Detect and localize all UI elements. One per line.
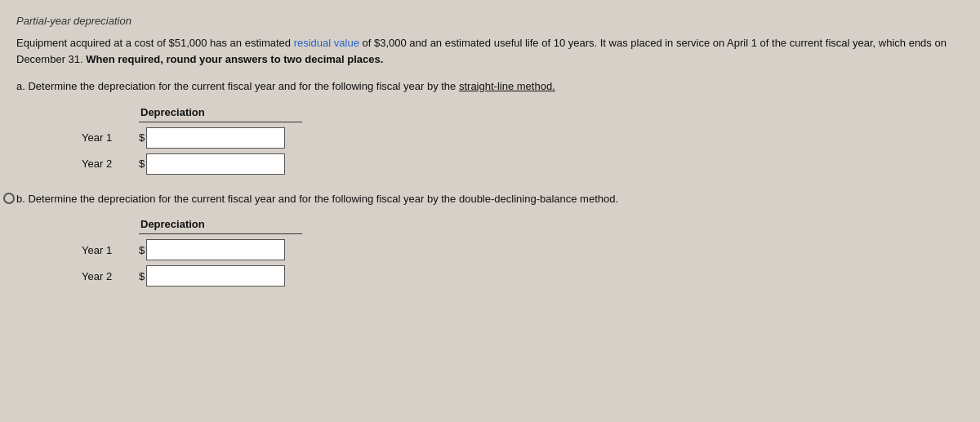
- year1-input-b[interactable]: [146, 239, 285, 260]
- section-b-label: b. Determine the depreciation for the cu…: [16, 191, 956, 207]
- year1-row-a: Year 1 $: [82, 127, 964, 149]
- dollar-sign-a2: $: [139, 158, 145, 170]
- year1-input-a[interactable]: [146, 127, 285, 149]
- problem-text-part1: Equipment acquired at a cost of $51,000 …: [16, 37, 294, 49]
- year2-label-a: Year 2: [82, 158, 139, 170]
- year2-input-a[interactable]: [146, 153, 285, 175]
- page-title: Partial-year depreciation: [16, 15, 964, 27]
- section-a-label: a. Determine the depreciation for the cu…: [16, 78, 956, 95]
- year1-label-b: Year 1: [82, 244, 139, 256]
- dollar-sign-b1: $: [139, 244, 145, 256]
- year1-row-b: Year 1 $: [82, 239, 964, 260]
- problem-text-bold: When required, round your answers to two…: [86, 53, 383, 65]
- year2-row-b: Year 2 $: [82, 265, 964, 287]
- section-b-method: double-declining-balance method.: [459, 193, 618, 205]
- depreciation-header-b: Depreciation: [139, 218, 302, 234]
- circle-marker: [3, 193, 15, 204]
- problem-text: Equipment acquired at a cost of $51,000 …: [16, 35, 956, 67]
- depreciation-header-a: Depreciation: [139, 106, 302, 122]
- section-a-method: straight-line method.: [459, 80, 555, 92]
- residual-value-highlight: residual value: [294, 37, 359, 49]
- section-b-table: Depreciation Year 1 $ Year 2 $: [82, 218, 964, 287]
- year1-label-a: Year 1: [82, 131, 139, 144]
- year2-label-b: Year 2: [82, 270, 139, 282]
- section-b-text: b. Determine the depreciation for the cu…: [16, 193, 459, 205]
- year2-input-b[interactable]: [146, 265, 285, 287]
- dollar-sign-a1: $: [139, 131, 145, 144]
- section-b-wrapper: b. Determine the depreciation for the cu…: [16, 191, 964, 207]
- section-a-text: a. Determine the depreciation for the cu…: [16, 80, 459, 92]
- dollar-sign-b2: $: [139, 270, 145, 282]
- year2-row-a: Year 2 $: [82, 153, 964, 175]
- section-a-table: Depreciation Year 1 $ Year 2 $: [82, 106, 964, 175]
